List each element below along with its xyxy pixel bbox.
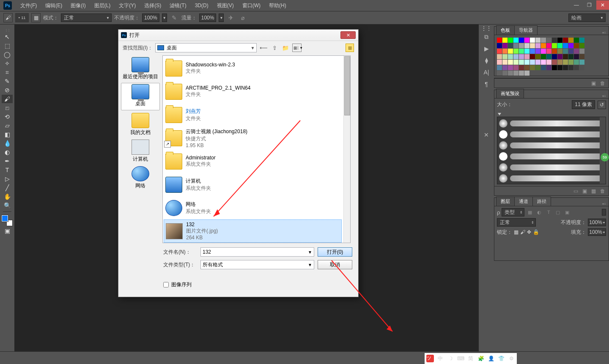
opacity-value[interactable]: 100% [142,14,159,22]
pressure-size-icon[interactable]: ⌀ [238,13,247,22]
swatch[interactable] [519,43,524,48]
swatch[interactable] [552,43,557,48]
ime-lang[interactable]: 中 [436,354,445,363]
character-panel-icon[interactable]: A| [480,67,492,78]
swatch[interactable] [513,43,518,48]
lock-position-icon[interactable]: ✥ [527,229,531,235]
current-tool-icon[interactable]: 🖌 [3,13,13,22]
brush-list[interactable] [497,117,606,184]
swatch[interactable] [497,65,502,70]
place-recent[interactable]: 最近使用的项目 [118,56,162,83]
ime-keyboard-icon[interactable]: ⌨ [456,354,465,363]
swatch[interactable] [552,65,557,70]
swatch[interactable] [557,54,562,59]
magic-wand-tool[interactable]: ✧ [2,59,13,68]
panel-grip-icon[interactable]: ⋮⋮ [479,26,494,30]
swatch[interactable] [546,65,551,70]
swatch[interactable] [513,54,518,59]
maximize-button[interactable]: ❐ [583,0,595,10]
file-item[interactable]: 计算机系统文件夹 [164,173,342,196]
swatch[interactable] [541,65,546,70]
swatch[interactable] [557,49,562,54]
swatch[interactable] [519,71,524,76]
properties-panel-icon[interactable]: ⧫ [480,55,492,66]
swatch[interactable] [574,54,579,59]
adjustments-panel-icon[interactable]: ✕ [480,129,492,140]
swatch[interactable] [563,38,568,43]
swatch[interactable] [502,71,508,76]
hand-tool[interactable]: ✋ [2,192,13,201]
flow-value[interactable]: 100% [199,14,217,22]
swatch[interactable] [524,71,529,76]
swatch[interactable] [568,54,573,59]
clone-stamp-tool[interactable]: ⏍ [2,104,13,112]
file-list[interactable]: Shadowsocks-win-2.3文件夹ARCTIME_PRO_2.1_WI… [162,55,351,243]
eyedropper-tool[interactable]: ✎ [2,77,13,85]
panel-menu-icon[interactable]: ▾≡ [602,94,606,98]
marquee-tool[interactable]: ⬚ [2,41,13,50]
minimize-button[interactable]: — [570,0,583,10]
history-panel-icon[interactable]: ⧉ [480,31,492,42]
cancel-button[interactable]: 取消 [318,260,352,269]
swatches-grid[interactable] [494,35,609,78]
ime-skin-icon[interactable]: 👕 [497,354,506,363]
swatch[interactable] [524,38,529,43]
swatch[interactable] [568,65,573,70]
tab-swatches[interactable]: 色板 [496,25,515,35]
swatch[interactable] [574,38,579,43]
swatch[interactable] [530,65,535,70]
swatch[interactable] [563,54,568,59]
swatch[interactable] [497,43,502,48]
zoom-tool[interactable]: 🔍 [2,201,13,210]
swatch[interactable] [557,65,562,70]
file-item[interactable]: 刘燕芳文件夹 [164,103,342,126]
type-tool[interactable]: T [2,166,13,174]
doc-icon[interactable]: ▭ [573,188,578,194]
file-item[interactable]: 云骑士视频 (Jiachong2018)快捷方式1.95 KB [164,126,342,150]
brush-flip-icon[interactable]: ↺ [598,101,606,109]
swatch[interactable] [568,49,573,54]
filter-toggle[interactable] [602,209,606,216]
swatch[interactable] [530,54,535,59]
layer-fill-value[interactable]: 100%▾ [588,228,606,236]
toggle-brush-panel-icon[interactable]: ▦ [31,13,41,22]
swatch[interactable] [579,43,584,48]
file-item[interactable]: Administrator系统文件夹 [164,150,342,173]
scrollbar[interactable] [343,56,350,243]
filter-type-icon[interactable]: T [545,208,552,216]
swatch[interactable] [535,49,540,54]
swatch[interactable] [568,38,573,43]
swatch[interactable] [535,54,540,59]
dialog-close-button[interactable]: ✕ [340,31,356,39]
filter-shape-icon[interactable]: ▢ [554,208,562,216]
swatch[interactable] [530,49,535,54]
swatch[interactable] [497,49,502,54]
pressure-opacity-icon[interactable]: ✎ [170,13,179,22]
opacity-slider-toggle[interactable]: ▼ [162,14,167,22]
paragraph-panel-icon[interactable]: ¶ [480,79,492,90]
swatch[interactable] [524,43,529,48]
swatch[interactable] [563,49,568,54]
tab-layers[interactable]: 图层 [496,197,515,206]
sequence-checkbox[interactable] [163,282,169,287]
lookin-dropdown[interactable]: 桌面▼ [155,43,257,52]
swatch[interactable] [568,43,573,48]
swatch[interactable] [557,38,562,43]
swatch[interactable] [568,60,573,65]
file-item[interactable]: ARCTIME_PRO_2.1_WIN64文件夹 [164,80,342,103]
card-icon[interactable]: ▦ [591,188,596,194]
blend-mode-dropdown[interactable]: 正常⇕ [497,218,536,227]
swatch[interactable] [508,38,513,43]
brush-size-value[interactable]: 11 像素 [572,100,595,109]
ime-moon-icon[interactable]: ☽ [446,354,455,363]
filter-smart-icon[interactable]: ▣ [563,208,571,216]
swatch[interactable] [574,49,579,54]
menu-edit[interactable]: 编辑(E) [42,1,66,10]
place-documents[interactable]: 我的文档 [118,112,162,139]
new-swatch-icon[interactable]: ▣ [591,80,596,86]
swatch[interactable] [524,54,529,59]
menu-help[interactable]: 帮助(H) [266,1,290,10]
crop-tool[interactable]: ⌗ [2,68,13,77]
swatch[interactable] [497,54,502,59]
swatch[interactable] [530,60,535,65]
